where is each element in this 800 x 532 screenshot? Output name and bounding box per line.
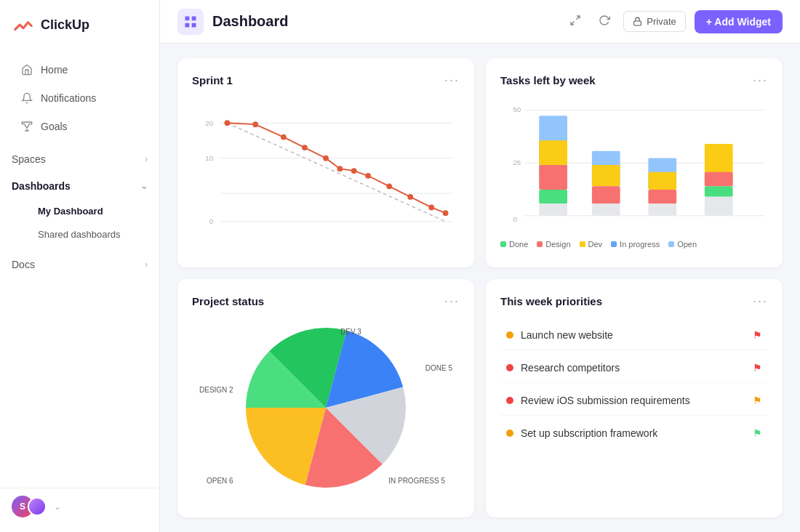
sidebar-item-label: Spaces bbox=[12, 153, 46, 165]
lock-icon bbox=[633, 17, 642, 26]
trophy-icon bbox=[20, 120, 33, 133]
svg-rect-39 bbox=[592, 203, 620, 215]
project-status-menu[interactable]: ··· bbox=[444, 294, 460, 309]
priority-item-3: Set up subscription framework ⚑ bbox=[500, 419, 768, 448]
svg-point-19 bbox=[351, 168, 357, 174]
svg-point-15 bbox=[281, 134, 287, 140]
sidebar-item-shared-dashboards[interactable]: Shared dashboards bbox=[12, 223, 148, 246]
svg-line-12 bbox=[227, 123, 445, 222]
legend-open-label: Open bbox=[677, 240, 697, 249]
priority-text-2: Review iOS submission requirements bbox=[521, 395, 690, 406]
refresh-icon bbox=[599, 15, 610, 26]
svg-point-16 bbox=[302, 145, 308, 150]
dashboard-icon-container bbox=[177, 9, 204, 35]
svg-point-14 bbox=[252, 121, 258, 127]
priority-dot-0 bbox=[506, 331, 513, 339]
legend-in-progress: In progress bbox=[611, 240, 660, 249]
legend-done-color bbox=[500, 241, 506, 247]
legend-open: Open bbox=[668, 240, 697, 249]
main-content: Dashboard Private + Add Widget bbox=[160, 0, 800, 532]
tasks-by-week-widget: Tasks left by week ··· 50 25 0 bbox=[486, 58, 783, 267]
svg-rect-3 bbox=[192, 23, 196, 27]
spaces-section-left: Spaces bbox=[12, 153, 46, 165]
sidebar-item-label: Docs bbox=[12, 259, 35, 270]
clickup-logo-icon bbox=[12, 13, 35, 36]
project-status-widget: Project status ··· bbox=[177, 279, 474, 517]
priority-dot-1 bbox=[506, 364, 513, 371]
private-button[interactable]: Private bbox=[623, 11, 685, 32]
svg-point-22 bbox=[407, 194, 413, 200]
sidebar: ClickUp Home Notifications bbox=[0, 0, 160, 532]
avatar-photo bbox=[28, 497, 47, 516]
sidebar-item-notifications[interactable]: Notifications bbox=[6, 84, 153, 112]
priority-flag-2: ⚑ bbox=[753, 395, 762, 406]
priority-flag-0: ⚑ bbox=[753, 329, 762, 341]
tasks-widget-header: Tasks left by week ··· bbox=[500, 73, 768, 88]
priority-item-left-3: Set up subscription framework bbox=[506, 427, 657, 439]
dashboards-section-left: Dashboards bbox=[12, 180, 71, 192]
legend-design-label: Design bbox=[545, 240, 570, 249]
sprint-widget-title: Sprint 1 bbox=[192, 74, 233, 86]
sidebar-section-docs[interactable]: Docs › bbox=[6, 251, 153, 278]
svg-text:0: 0 bbox=[209, 217, 213, 225]
svg-rect-1 bbox=[192, 16, 196, 20]
legend-dev-label: Dev bbox=[588, 240, 603, 249]
svg-point-24 bbox=[443, 210, 449, 216]
bar-chart-legend: Done Design Dev In progress bbox=[500, 240, 768, 249]
svg-rect-0 bbox=[185, 16, 190, 20]
svg-rect-4 bbox=[634, 21, 641, 25]
sidebar-item-goals[interactable]: Goals bbox=[6, 113, 153, 140]
sprint-widget-menu[interactable]: ··· bbox=[444, 73, 460, 88]
grid-icon bbox=[183, 15, 198, 29]
legend-done-label: Done bbox=[509, 240, 528, 249]
project-status-header: Project status ··· bbox=[192, 294, 460, 309]
priority-text-3: Set up subscription framework bbox=[521, 427, 657, 439]
legend-dev: Dev bbox=[580, 240, 603, 249]
chevron-right-icon: › bbox=[145, 154, 148, 164]
priority-item-2: Review iOS submission requirements ⚑ bbox=[500, 386, 768, 416]
svg-point-18 bbox=[337, 166, 343, 172]
svg-rect-2 bbox=[185, 23, 190, 27]
pie-chart-svg bbox=[246, 328, 406, 488]
sidebar-item-my-dashboard[interactable]: My Dashboard bbox=[12, 200, 148, 222]
avatar-photo-inner bbox=[29, 499, 45, 515]
priority-item-left-0: Launch new website bbox=[506, 329, 613, 341]
sprint-chart: 20 10 0 bbox=[192, 100, 460, 245]
legend-dev-color bbox=[580, 241, 585, 247]
user-profile-area[interactable]: S ⌄ bbox=[0, 488, 159, 525]
pie-label-inprogress: IN PROGRESS 5 bbox=[388, 477, 445, 485]
priority-item-left-1: Research competitors bbox=[506, 362, 620, 374]
svg-rect-43 bbox=[648, 203, 676, 215]
priority-list: Launch new website ⚑ Research competitor… bbox=[500, 321, 768, 448]
bar-chart-svg: 50 25 0 bbox=[500, 100, 768, 234]
pie-label-dev: DEV 3 bbox=[340, 328, 361, 336]
svg-rect-38 bbox=[592, 186, 620, 203]
sidebar-section-spaces[interactable]: Spaces › bbox=[6, 146, 153, 172]
sidebar-section-dashboards[interactable]: Dashboards ⌄ bbox=[6, 173, 153, 199]
sidebar-item-home[interactable]: Home bbox=[6, 56, 153, 84]
legend-design: Design bbox=[537, 240, 570, 249]
logo-container[interactable]: ClickUp bbox=[0, 0, 159, 49]
svg-rect-46 bbox=[705, 186, 733, 197]
bar-chart: 50 25 0 bbox=[500, 100, 768, 245]
priorities-menu[interactable]: ··· bbox=[753, 294, 768, 309]
svg-point-20 bbox=[365, 173, 371, 179]
expand-button[interactable] bbox=[565, 10, 585, 33]
refresh-button[interactable] bbox=[594, 10, 615, 33]
docs-section-left: Docs bbox=[12, 259, 35, 270]
svg-rect-32 bbox=[539, 140, 567, 165]
dashboard-grid: Sprint 1 ··· 20 10 0 bbox=[160, 44, 800, 532]
priorities-title: This week priorities bbox=[500, 295, 602, 307]
avatar-container[interactable]: S bbox=[12, 496, 47, 517]
svg-text:25: 25 bbox=[513, 158, 521, 166]
tasks-widget-menu[interactable]: ··· bbox=[753, 73, 768, 88]
svg-rect-41 bbox=[648, 172, 676, 190]
add-widget-button[interactable]: + Add Widget bbox=[695, 10, 783, 33]
page-title: Dashboard bbox=[212, 13, 556, 30]
chevron-down-icon: ⌄ bbox=[140, 181, 148, 191]
priority-text-0: Launch new website bbox=[521, 329, 613, 341]
priority-item-0: Launch new website ⚑ bbox=[500, 321, 768, 350]
svg-rect-37 bbox=[592, 165, 620, 186]
priority-flag-1: ⚑ bbox=[753, 362, 762, 374]
tasks-widget-title: Tasks left by week bbox=[500, 74, 596, 86]
